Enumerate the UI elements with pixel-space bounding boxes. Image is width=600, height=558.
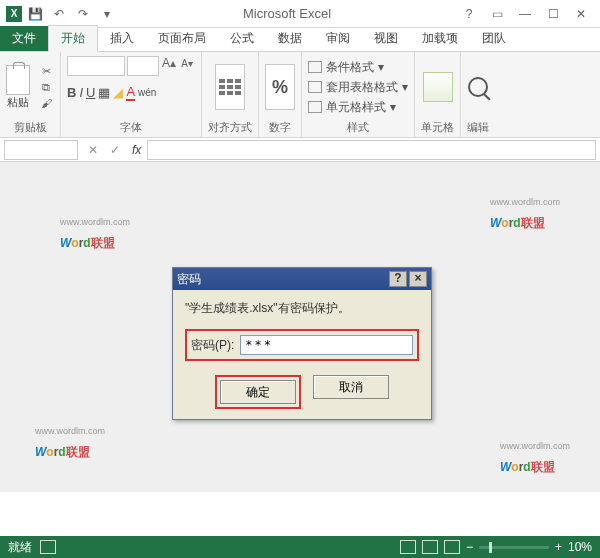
- format-painter-icon[interactable]: 🖌: [38, 96, 54, 110]
- workspace: www.wordlm.comWord联盟 www.wordlm.comWord联…: [0, 162, 600, 492]
- tab-team[interactable]: 团队: [470, 26, 518, 51]
- fill-color-icon[interactable]: ◢: [113, 85, 123, 100]
- formula-input[interactable]: [147, 140, 596, 160]
- group-edit: 编辑: [461, 52, 495, 137]
- tab-view[interactable]: 视图: [362, 26, 410, 51]
- group-number-label: 数字: [269, 118, 291, 135]
- excel-logo-icon: X: [6, 6, 22, 22]
- help-icon[interactable]: ?: [456, 3, 482, 25]
- group-align: 对齐方式: [202, 52, 259, 137]
- redo-icon[interactable]: ↷: [72, 3, 94, 25]
- macro-record-icon[interactable]: [40, 540, 56, 554]
- group-font: A▴ A▾ B I U ▦ ◢ A wén 字体: [61, 52, 202, 137]
- name-box[interactable]: [4, 140, 78, 160]
- qat-more-icon[interactable]: ▾: [96, 3, 118, 25]
- close-icon[interactable]: ✕: [568, 3, 594, 25]
- zoom-in-icon[interactable]: +: [555, 540, 562, 554]
- paste-label: 粘贴: [6, 95, 30, 110]
- bold-button[interactable]: B: [67, 85, 76, 100]
- font-color-icon[interactable]: A: [126, 84, 135, 101]
- cells-icon[interactable]: [423, 72, 453, 102]
- group-font-label: 字体: [120, 118, 142, 135]
- font-name-input[interactable]: [67, 56, 125, 76]
- clipboard-icon: [6, 65, 30, 95]
- copy-icon[interactable]: ⧉: [38, 80, 54, 94]
- cancel-entry-icon[interactable]: ✕: [82, 143, 104, 157]
- tablefmt-icon: [308, 81, 322, 93]
- status-ready: 就绪: [8, 539, 32, 556]
- cancel-button[interactable]: 取消: [313, 375, 389, 399]
- align-button[interactable]: [215, 64, 245, 110]
- table-format-button[interactable]: 套用表格格式▾: [308, 79, 408, 96]
- increase-font-icon[interactable]: A▴: [161, 56, 177, 70]
- save-icon[interactable]: 💾: [24, 3, 46, 25]
- group-styles: 条件格式▾ 套用表格格式▾ 单元格样式▾ 样式: [302, 52, 415, 137]
- password-row: 密码(P):: [185, 329, 419, 361]
- zoom-value[interactable]: 10%: [568, 540, 592, 554]
- title-bar: X 💾 ↶ ↷ ▾ Microsoft Excel ? ▭ — ☐ ✕: [0, 0, 600, 28]
- phonetic-icon[interactable]: wén: [138, 87, 156, 98]
- watermark: www.wordlm.comWord联盟: [60, 217, 130, 253]
- group-cells-label: 单元格: [421, 118, 454, 135]
- tab-addin[interactable]: 加载项: [410, 26, 470, 51]
- decrease-font-icon[interactable]: A▾: [179, 56, 195, 70]
- border-icon[interactable]: ▦: [98, 85, 110, 100]
- tab-home[interactable]: 开始: [48, 25, 98, 52]
- undo-icon[interactable]: ↶: [48, 3, 70, 25]
- dialog-titlebar: 密码 ? ×: [173, 268, 431, 290]
- group-clipboard: 粘贴 ✂ ⧉ 🖌 剪贴板: [0, 52, 61, 137]
- underline-button[interactable]: U: [86, 85, 95, 100]
- dialog-title: 密码: [177, 271, 387, 288]
- fx-icon[interactable]: fx: [132, 143, 141, 157]
- app-title: Microsoft Excel: [118, 6, 456, 21]
- tab-insert[interactable]: 插入: [98, 26, 146, 51]
- confirm-entry-icon[interactable]: ✓: [104, 143, 126, 157]
- find-icon[interactable]: [468, 77, 488, 97]
- group-align-label: 对齐方式: [208, 118, 252, 135]
- ribbon: 粘贴 ✂ ⧉ 🖌 剪贴板 A▴ A▾ B I U ▦ ◢ A: [0, 52, 600, 138]
- watermark: www.wordlm.comWord联盟: [500, 441, 570, 477]
- view-normal-icon[interactable]: [400, 540, 416, 554]
- group-number: % 数字: [259, 52, 302, 137]
- group-cells: 单元格: [415, 52, 461, 137]
- paste-button[interactable]: 粘贴: [6, 65, 30, 110]
- minimize-icon[interactable]: —: [512, 3, 538, 25]
- group-clipboard-label: 剪贴板: [14, 118, 47, 135]
- tab-data[interactable]: 数据: [266, 26, 314, 51]
- condfmt-icon: [308, 61, 322, 73]
- formula-bar: ✕ ✓ fx: [0, 138, 600, 162]
- group-styles-label: 样式: [347, 118, 369, 135]
- maximize-icon[interactable]: ☐: [540, 3, 566, 25]
- cellstyle-icon: [308, 101, 322, 113]
- tab-file[interactable]: 文件: [0, 26, 48, 51]
- dialog-close-icon[interactable]: ×: [409, 271, 427, 287]
- cut-icon[interactable]: ✂: [38, 64, 54, 78]
- status-bar: 就绪 − + 10%: [0, 536, 600, 558]
- ribbon-tabs: 文件 开始 插入 页面布局 公式 数据 审阅 视图 加载项 团队: [0, 28, 600, 52]
- group-edit-label: 编辑: [467, 118, 489, 135]
- view-page-layout-icon[interactable]: [422, 540, 438, 554]
- password-label: 密码(P):: [191, 337, 234, 354]
- zoom-slider[interactable]: [479, 546, 549, 549]
- password-input[interactable]: [240, 335, 413, 355]
- conditional-format-button[interactable]: 条件格式▾: [308, 59, 408, 76]
- cell-style-button[interactable]: 单元格样式▾: [308, 99, 408, 116]
- tab-page-layout[interactable]: 页面布局: [146, 26, 218, 51]
- italic-button[interactable]: I: [79, 85, 83, 100]
- view-page-break-icon[interactable]: [444, 540, 460, 554]
- watermark: www.wordlm.comWord联盟: [35, 426, 105, 462]
- ok-button[interactable]: 确定: [220, 380, 296, 404]
- watermark: www.wordlm.comWord联盟: [490, 197, 560, 233]
- password-dialog: 密码 ? × "学生成绩表.xlsx"有密码保护。 密码(P): 确定 取消: [172, 267, 432, 420]
- tab-review[interactable]: 审阅: [314, 26, 362, 51]
- number-format-button[interactable]: %: [265, 64, 295, 110]
- zoom-out-icon[interactable]: −: [466, 540, 473, 554]
- dialog-help-icon[interactable]: ?: [389, 271, 407, 287]
- tab-formula[interactable]: 公式: [218, 26, 266, 51]
- dialog-message: "学生成绩表.xlsx"有密码保护。: [185, 300, 419, 317]
- font-size-input[interactable]: [127, 56, 159, 76]
- ribbon-options-icon[interactable]: ▭: [484, 3, 510, 25]
